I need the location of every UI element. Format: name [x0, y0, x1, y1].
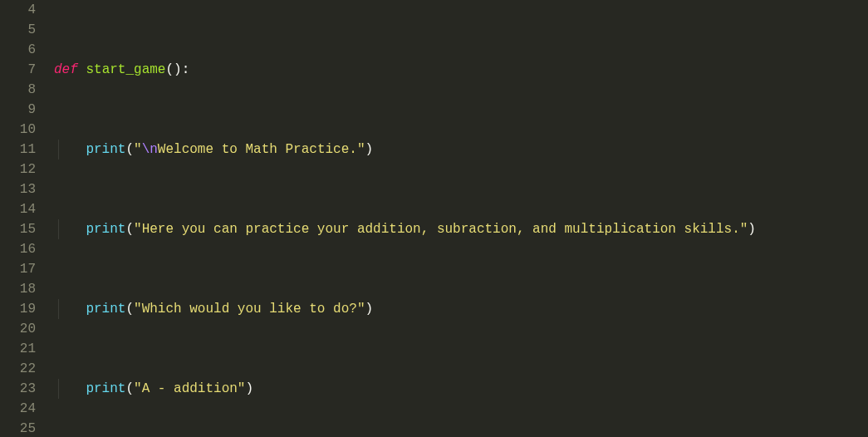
call-print: print — [86, 302, 125, 317]
line-number: 13 — [0, 179, 36, 199]
line-number: 20 — [0, 319, 36, 339]
string: "A - addition" — [134, 381, 245, 396]
string: "Which would you like to do?" — [134, 302, 365, 317]
parens: (): — [165, 62, 189, 77]
code-line[interactable]: print("Which would you like to do?") — [54, 299, 868, 319]
line-number: 15 — [0, 219, 36, 239]
call-print: print — [86, 381, 125, 396]
line-number: 5 — [0, 20, 36, 40]
line-number: 8 — [0, 80, 36, 100]
function-name: start_game — [86, 62, 165, 77]
string: "Here you can practice your addition, su… — [134, 222, 748, 237]
keyword-def: def — [54, 62, 78, 77]
escape-sequence: \n — [142, 142, 158, 157]
code-line[interactable]: print("\nWelcome to Math Practice.") — [54, 140, 868, 160]
line-number: 9 — [0, 100, 36, 120]
line-number: 17 — [0, 259, 36, 279]
line-number: 23 — [0, 379, 36, 399]
call-print: print — [86, 222, 125, 237]
line-number: 4 — [0, 0, 36, 20]
call-print: print — [86, 142, 125, 157]
code-line[interactable]: print("Here you can practice your additi… — [54, 219, 868, 239]
line-number: 22 — [0, 359, 36, 379]
indent-guide — [58, 140, 59, 160]
string: " — [134, 142, 142, 157]
line-number: 11 — [0, 140, 36, 160]
line-number: 21 — [0, 339, 36, 359]
indent-guide — [58, 219, 59, 239]
code-line[interactable]: def start_game(): — [54, 60, 868, 80]
code-line[interactable]: print("A - addition") — [54, 379, 868, 399]
line-number: 19 — [0, 299, 36, 319]
code-area[interactable]: def start_game(): print("\nWelcome to Ma… — [46, 0, 868, 437]
line-number: 10 — [0, 120, 36, 140]
code-editor[interactable]: 4 5 6 7 8 9 10 11 12 13 14 15 16 17 18 1… — [0, 0, 868, 437]
indent-guide — [58, 379, 59, 399]
line-number: 7 — [0, 60, 36, 80]
line-number: 25 — [0, 419, 36, 437]
line-number: 18 — [0, 279, 36, 299]
string: Welcome to Math Practice." — [158, 142, 365, 157]
indent-guide — [58, 299, 59, 319]
line-number: 16 — [0, 239, 36, 259]
line-number-gutter: 4 5 6 7 8 9 10 11 12 13 14 15 16 17 18 1… — [0, 0, 46, 437]
line-number: 14 — [0, 199, 36, 219]
line-number: 24 — [0, 399, 36, 419]
line-number: 6 — [0, 40, 36, 60]
line-number: 12 — [0, 160, 36, 179]
